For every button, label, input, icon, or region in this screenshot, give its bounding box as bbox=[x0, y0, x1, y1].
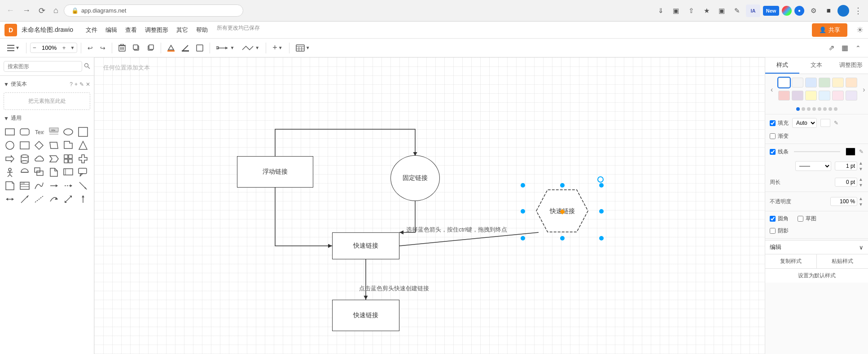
shape-rect3[interactable] bbox=[18, 139, 31, 152]
gradient-checkbox-label[interactable]: 渐变 bbox=[770, 132, 789, 140]
swatch-lightblue[interactable] bbox=[805, 78, 817, 87]
handle-bl[interactable] bbox=[521, 236, 525, 240]
fill-select[interactable]: Auto bbox=[792, 118, 817, 128]
shape-actor[interactable] bbox=[4, 166, 16, 179]
swatch-purple[interactable] bbox=[792, 91, 803, 101]
swatch-teal[interactable] bbox=[819, 91, 830, 101]
ext-icon[interactable]: ◾ bbox=[822, 4, 835, 17]
panel-next-button[interactable]: › bbox=[861, 85, 867, 95]
copy-button[interactable] bbox=[130, 43, 143, 53]
menu-help[interactable]: 帮助 bbox=[193, 24, 211, 36]
tab-text[interactable]: 文本 bbox=[799, 57, 833, 74]
shape-oval[interactable] bbox=[62, 126, 75, 138]
line-checkbox[interactable] bbox=[770, 149, 776, 155]
shape-right-arrow[interactable] bbox=[4, 153, 16, 165]
redo-button[interactable]: ↪ bbox=[97, 43, 108, 53]
share-icon[interactable]: ⇧ bbox=[685, 4, 697, 17]
shape-curved-arrow[interactable] bbox=[48, 193, 60, 205]
menu-edit[interactable]: 编辑 bbox=[102, 24, 121, 36]
shape-text[interactable]: Text bbox=[33, 126, 45, 138]
swatch-lightgray[interactable] bbox=[792, 78, 803, 87]
line-color-button[interactable] bbox=[179, 43, 192, 53]
zoom-input[interactable] bbox=[39, 43, 60, 52]
dot-5[interactable] bbox=[818, 107, 821, 111]
zoom-dropdown[interactable]: ▼ bbox=[68, 44, 77, 52]
panel-prev-button[interactable]: ‹ bbox=[769, 85, 775, 95]
perimeter-down[interactable]: ▼ bbox=[858, 182, 864, 188]
gradient-checkbox[interactable] bbox=[770, 133, 776, 139]
dot-2[interactable] bbox=[802, 107, 805, 111]
perimeter-up[interactable]: ▲ bbox=[858, 176, 864, 182]
shape-diamond[interactable] bbox=[33, 139, 45, 152]
set-default-style-button[interactable]: 设置为默认样式 bbox=[765, 268, 868, 283]
dot-1[interactable] bbox=[796, 107, 800, 111]
quick-link-box1[interactable]: 快速链接 bbox=[332, 232, 399, 259]
table-button[interactable]: ▼ bbox=[293, 43, 313, 53]
shape-rect7[interactable] bbox=[62, 166, 75, 179]
zoom-group[interactable]: − + ▼ bbox=[30, 43, 78, 53]
menu-view[interactable]: 查看 bbox=[122, 24, 140, 36]
fixed-link-circle[interactable]: 固定链接 bbox=[390, 155, 440, 201]
shape-bidirectional-arrow[interactable] bbox=[4, 193, 16, 205]
paste-button[interactable] bbox=[145, 43, 157, 53]
shape-rect5[interactable] bbox=[62, 153, 75, 165]
swatch-white[interactable] bbox=[778, 78, 790, 87]
swatch-lightorange[interactable] bbox=[846, 78, 857, 87]
shape-rect6[interactable] bbox=[33, 166, 45, 179]
shape-half-circle[interactable] bbox=[18, 166, 31, 179]
close-notebook-btn[interactable]: ✕ bbox=[86, 81, 90, 87]
rounded-checkbox[interactable] bbox=[770, 216, 776, 222]
swatch-yellow[interactable] bbox=[805, 91, 817, 101]
fill-color-box[interactable] bbox=[820, 119, 830, 127]
dot-4[interactable] bbox=[812, 107, 816, 111]
shape-chevron[interactable] bbox=[48, 153, 60, 165]
forward-button[interactable]: → bbox=[20, 4, 33, 17]
hexagon-selected-group[interactable]: 快速链接 bbox=[523, 185, 601, 238]
share-button[interactable]: 👤 共享 bbox=[812, 23, 847, 37]
sun-icon[interactable]: ☀ bbox=[856, 25, 864, 35]
dot-8[interactable] bbox=[834, 107, 837, 111]
edit-section-title[interactable]: 编辑 ∨ bbox=[765, 240, 868, 254]
handle-tm[interactable] bbox=[560, 183, 565, 188]
shape-dashed-line[interactable] bbox=[33, 193, 45, 205]
perimeter-input[interactable] bbox=[835, 178, 857, 187]
shape-rect2[interactable] bbox=[77, 126, 89, 138]
handle-tl[interactable] bbox=[521, 183, 525, 188]
add-notebook-btn[interactable]: + bbox=[75, 81, 78, 87]
color-icon[interactable] bbox=[782, 6, 792, 16]
sidebar-toggle-button[interactable]: ▼ bbox=[4, 43, 22, 53]
line-weight-input[interactable] bbox=[835, 162, 857, 170]
drop-zone[interactable]: 把元素拖至此处 bbox=[4, 92, 90, 110]
shape-triangle[interactable] bbox=[77, 139, 89, 152]
search-button[interactable] bbox=[84, 63, 90, 70]
shape-heading[interactable]: title bbox=[48, 126, 60, 138]
star-icon[interactable]: ★ bbox=[700, 4, 713, 17]
shadow-label[interactable]: 阴影 bbox=[770, 227, 789, 235]
shape-diagonal-arrow[interactable] bbox=[18, 193, 31, 205]
menu-arrange[interactable]: 调整图形 bbox=[141, 24, 172, 36]
paste-style-button[interactable]: 粘贴样式 bbox=[817, 254, 868, 268]
refresh-button[interactable]: ⟳ bbox=[36, 4, 48, 17]
connector-button[interactable]: ▼ bbox=[214, 43, 237, 53]
zoom-in-button[interactable]: + bbox=[60, 43, 68, 52]
rotate-handle[interactable] bbox=[597, 176, 604, 183]
home-button[interactable]: ⌂ bbox=[51, 4, 61, 17]
line-style-preview[interactable] bbox=[794, 151, 840, 152]
dot-7[interactable] bbox=[829, 107, 832, 111]
shape-diamond-handle[interactable] bbox=[559, 209, 566, 215]
opacity-up[interactable]: ▲ bbox=[858, 196, 864, 201]
shape-callout[interactable] bbox=[77, 166, 89, 179]
shape-plus[interactable] bbox=[77, 153, 89, 165]
opacity-down[interactable]: ▼ bbox=[858, 201, 864, 207]
delete-button[interactable] bbox=[116, 42, 128, 54]
shape-doc[interactable] bbox=[48, 166, 60, 179]
back-button[interactable]: ← bbox=[4, 4, 17, 17]
handle-bm[interactable] bbox=[560, 236, 565, 240]
undo-button[interactable]: ↩ bbox=[85, 43, 96, 53]
menu-other[interactable]: 其它 bbox=[173, 24, 192, 36]
plugin-icon[interactable]: ⚙ bbox=[807, 4, 820, 17]
swatch-lavender[interactable] bbox=[846, 91, 857, 101]
shape-note[interactable] bbox=[4, 179, 16, 192]
shape-list-item[interactable]: List bbox=[18, 179, 31, 192]
handle-ml[interactable] bbox=[521, 209, 525, 214]
